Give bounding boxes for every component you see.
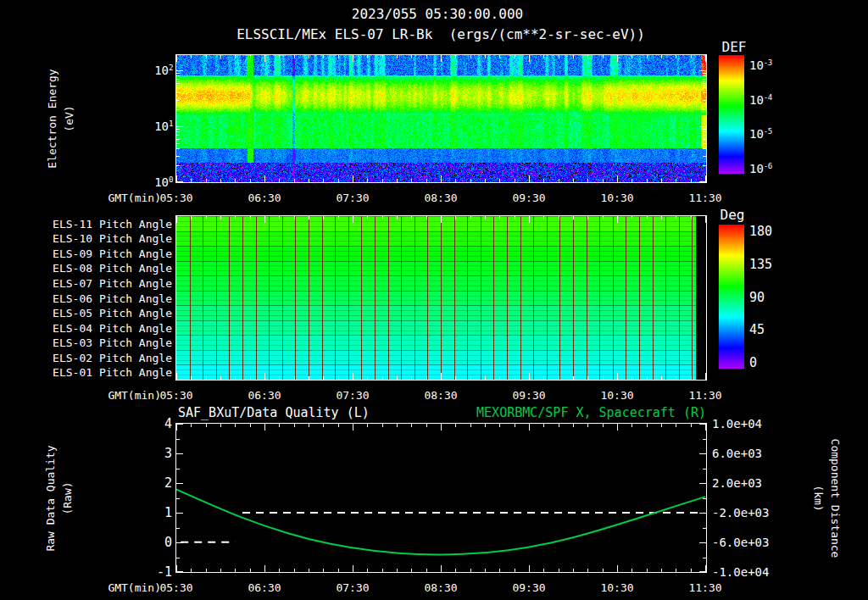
pitch-row-label: ELS-10 Pitch Angle — [53, 232, 172, 245]
distance-axis-label-line1: Component Distance — [826, 439, 843, 558]
quality-tick-label: 2 — [164, 475, 172, 491]
line-panel-title-right: MEXORBMC/SPF X, Spacecraft (R) — [476, 405, 706, 420]
def-colorbar-tick: 10-3 — [749, 58, 772, 72]
time-tick-label: 11:30 — [688, 581, 721, 594]
time-tick-label: 06:30 — [248, 581, 281, 594]
time-tick-label: 05:30 — [159, 581, 192, 594]
time-tick-label: 05:30 — [159, 192, 192, 204]
distance-tick-label: -1.0e+04 — [712, 565, 769, 579]
pitch-row-label: ELS-04 Pitch Angle — [53, 321, 172, 334]
pitch-row-label: ELS-07 Pitch Angle — [53, 276, 172, 289]
quality-distance-plot — [175, 423, 707, 573]
deg-colorbar-tick: 135 — [749, 257, 772, 272]
distance-tick-label: 6.0e+03 — [712, 447, 762, 460]
quality-axis-label: Raw Data Quality (Raw) — [42, 445, 76, 551]
quality-tick-label: 1 — [164, 505, 172, 520]
time-tick-label: 08:30 — [424, 389, 457, 402]
time-tick-label: 06:30 — [248, 389, 281, 402]
quality-axis-label-line1: Raw Data Quality — [42, 445, 59, 551]
deg-colorbar-tick: 90 — [749, 290, 765, 305]
distance-axis-label-line2: (km) — [810, 439, 826, 558]
distance-tick-label: -6.0e+03 — [712, 536, 769, 549]
distance-axis-label: Component Distance (km) — [810, 439, 843, 558]
flux-units: (ergs/(cm**2-sr-sec-eV)) — [449, 26, 645, 42]
time-tick-label: 06:30 — [248, 192, 281, 204]
energy-axis-label: Electron Energy (eV) — [44, 69, 78, 168]
mex-els-summary-plot: 2023/055 05:30:00.000 ELSSCIL/MEx ELS-07… — [0, 0, 868, 600]
page-title: 2023/055 05:30:00.000 — [352, 6, 523, 22]
def-colorbar-title: DEF — [722, 39, 747, 55]
time-tick-label: 10:30 — [600, 192, 633, 204]
pitch-row-label: ELS-05 Pitch Angle — [53, 307, 172, 319]
energy-tick-label: 100 — [154, 175, 173, 189]
energy-tick-label: 101 — [154, 119, 173, 133]
deg-colorbar-tick: 180 — [749, 224, 772, 239]
time-tick-label: 09:30 — [512, 389, 545, 402]
time-tick-label: 08:30 — [424, 192, 457, 204]
pitch-row-label: ELS-09 Pitch Angle — [53, 247, 172, 259]
energy-tick-label: 102 — [154, 64, 173, 77]
quality-tick-label: 3 — [164, 446, 172, 461]
line-panel-title-left: SAF_BXuT/Data Quality (L) — [178, 405, 370, 420]
time-tick-label: 07:30 — [336, 389, 369, 402]
time-tick-label: 09:30 — [512, 581, 545, 594]
deg-colorbar-tick: 0 — [749, 355, 757, 370]
instrument-name: ELSSCIL/MEx ELS-07 LR-Bk — [236, 26, 432, 42]
time-tick-label: 07:30 — [336, 581, 369, 594]
quality-tick-label: 4 — [164, 416, 172, 431]
pitch-row-label: ELS-03 Pitch Angle — [53, 336, 172, 349]
plot-title: ELSSCIL/MEx ELS-07 LR-Bk (ergs/(cm**2-sr… — [236, 26, 645, 42]
def-colorbar-tick: 10-5 — [749, 127, 772, 141]
pitch-row-label: ELS-02 Pitch Angle — [53, 351, 172, 364]
time-tick-label: 10:30 — [600, 581, 633, 594]
def-colorbar-tick: 10-6 — [749, 162, 772, 175]
time-tick-label: 09:30 — [512, 192, 545, 204]
quality-axis-label-line2: (Raw) — [59, 445, 76, 551]
pitch-row-label: ELS-06 Pitch Angle — [53, 292, 172, 304]
time-tick-label: 11:30 — [688, 192, 721, 204]
def-colorbar — [719, 55, 744, 174]
energy-spectrogram — [175, 54, 707, 183]
quality-tick-label: 0 — [164, 535, 172, 550]
deg-colorbar-tick: 45 — [749, 322, 765, 337]
quality-tick-label: -1 — [157, 564, 172, 580]
deg-colorbar-title: Deg — [721, 207, 745, 223]
pitch-angle-heatmap — [175, 215, 707, 381]
deg-colorbar — [719, 225, 744, 369]
pitch-row-label: ELS-01 Pitch Angle — [53, 366, 172, 379]
time-tick-label: 11:30 — [688, 389, 721, 402]
energy-axis-label-line2: (eV) — [61, 69, 78, 168]
distance-tick-label: -2.0e+03 — [712, 506, 769, 519]
distance-tick-label: 2.0e+03 — [712, 476, 762, 490]
def-colorbar-tick: 10-4 — [749, 93, 772, 107]
gmt-axis-label: GMT(min) — [108, 581, 161, 594]
energy-axis-label-line1: Electron Energy — [44, 69, 61, 168]
pitch-row-label: ELS-08 Pitch Angle — [53, 262, 172, 275]
time-tick-label: 05:30 — [159, 389, 192, 402]
pitch-row-label: ELS-11 Pitch Angle — [53, 217, 172, 230]
time-tick-label: 08:30 — [424, 581, 457, 594]
time-tick-label: 10:30 — [600, 389, 633, 402]
time-tick-label: 07:30 — [336, 192, 369, 204]
distance-tick-label: 1.0e+04 — [712, 417, 762, 431]
gmt-axis-label: GMT(min) — [108, 192, 161, 204]
gmt-axis-label: GMT(min) — [108, 389, 161, 402]
